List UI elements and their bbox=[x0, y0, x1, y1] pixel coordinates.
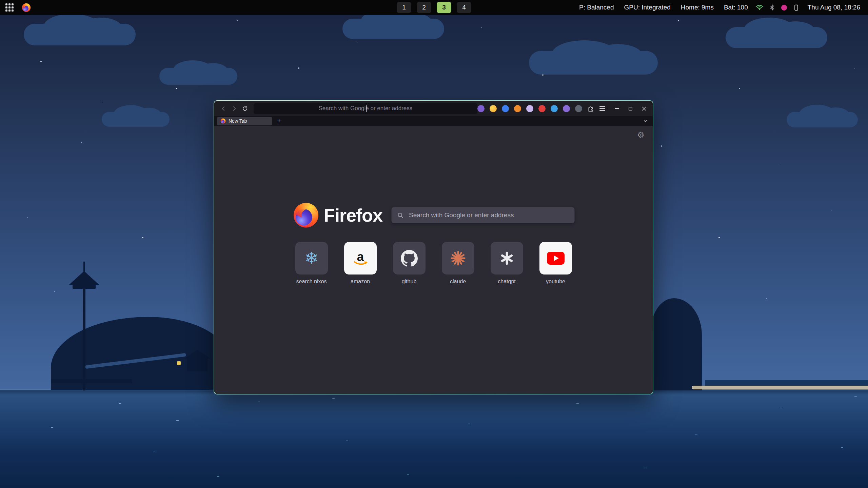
shortcut-search-nixos[interactable]: ❄ search.nixos bbox=[295, 242, 328, 285]
back-button[interactable] bbox=[218, 103, 229, 114]
clock: Thu Aug 08, 18:26 bbox=[803, 4, 865, 11]
top-bar: 1 2 3 4 P: Balanced GPU: Integrated Home… bbox=[0, 0, 868, 15]
shortcut-label: search.nixos bbox=[296, 279, 327, 285]
extension-icon-7[interactable] bbox=[551, 105, 558, 112]
extension-icon-8[interactable] bbox=[563, 105, 570, 112]
close-icon bbox=[641, 106, 647, 111]
device-icon[interactable] bbox=[790, 4, 803, 11]
extension-icon-4[interactable] bbox=[514, 105, 521, 112]
workspace-switcher: 1 2 3 4 bbox=[397, 2, 471, 13]
new-tab-page: ⚙ Firefox bbox=[214, 126, 653, 394]
shortcut-label: chatgpt bbox=[498, 279, 515, 285]
shortcut-label: claude bbox=[450, 279, 466, 285]
battery-status: Bat: 100 bbox=[719, 4, 753, 11]
maximize-button[interactable] bbox=[626, 104, 635, 113]
bluetooth-icon[interactable] bbox=[766, 4, 778, 11]
workspace-button-3[interactable]: 3 bbox=[437, 2, 451, 13]
color-profile-icon[interactable] bbox=[778, 4, 790, 11]
latency-status: Home: 9ms bbox=[676, 4, 719, 11]
url-bar[interactable] bbox=[254, 103, 477, 114]
wallpaper-sea bbox=[0, 389, 868, 488]
workspace-button-1[interactable]: 1 bbox=[397, 2, 411, 13]
tab-title: New Tab bbox=[229, 118, 247, 124]
wallpaper-beach bbox=[692, 386, 868, 389]
reload-button[interactable] bbox=[240, 103, 250, 114]
reload-icon bbox=[242, 105, 248, 112]
app-launcher-button[interactable] bbox=[5, 3, 14, 12]
chatgpt-openai-icon bbox=[499, 250, 515, 266]
gpu-status: GPU: Integrated bbox=[619, 4, 675, 11]
back-icon bbox=[220, 105, 227, 112]
wallpaper-cliff bbox=[651, 298, 702, 390]
wallpaper-cloud bbox=[159, 68, 237, 85]
claude-starburst-icon bbox=[450, 250, 466, 266]
shortcuts-row: ❄ search.nixos a amazon bbox=[295, 242, 572, 285]
tab-new-tab[interactable]: New Tab bbox=[217, 117, 272, 125]
forward-button[interactable] bbox=[229, 103, 239, 114]
text-caret bbox=[366, 105, 367, 112]
wallpaper-cloud bbox=[787, 112, 858, 127]
firefox-icon bbox=[22, 3, 31, 12]
wifi-icon[interactable] bbox=[753, 4, 766, 11]
workspace-button-2[interactable]: 2 bbox=[417, 2, 431, 13]
shortcut-amazon[interactable]: a amazon bbox=[344, 242, 377, 285]
shortcut-chatgpt[interactable]: chatgpt bbox=[491, 242, 523, 285]
new-tab-button[interactable]: + bbox=[275, 117, 283, 125]
forward-icon bbox=[231, 105, 237, 112]
power-profile-status: P: Balanced bbox=[574, 4, 619, 11]
shortcut-claude[interactable]: claude bbox=[442, 242, 474, 285]
nixos-snowflake-icon: ❄ bbox=[304, 250, 318, 266]
close-button[interactable] bbox=[639, 104, 649, 113]
tab-bar: New Tab + bbox=[214, 116, 653, 126]
puzzle-icon bbox=[587, 105, 594, 112]
wallpaper-cloud bbox=[102, 112, 170, 127]
tab-list-chevron-icon[interactable] bbox=[643, 119, 648, 124]
extension-icon-1[interactable] bbox=[477, 105, 485, 112]
tab-favicon-firefox-icon bbox=[220, 118, 226, 124]
shortcut-label: github bbox=[402, 279, 417, 285]
minimize-button[interactable] bbox=[612, 104, 622, 113]
newtab-search-bar[interactable] bbox=[391, 207, 574, 223]
firefox-dock-button[interactable] bbox=[22, 3, 31, 12]
firefox-window: New Tab + ⚙ Firefox bbox=[214, 100, 653, 394]
personalize-gear-icon[interactable]: ⚙ bbox=[637, 131, 645, 139]
shortcut-label: youtube bbox=[546, 279, 565, 285]
wallpaper-cloud bbox=[529, 51, 658, 75]
firefox-logo bbox=[293, 202, 319, 228]
github-octocat-icon bbox=[401, 250, 418, 267]
wallpaper-watchtower-roof bbox=[69, 271, 99, 285]
wallpaper-cloud bbox=[342, 19, 444, 39]
browser-toolbar bbox=[214, 101, 653, 116]
amazon-icon: a bbox=[352, 249, 369, 267]
search-icon bbox=[397, 212, 404, 219]
extension-icon-9[interactable] bbox=[575, 105, 582, 112]
extension-icon-2[interactable] bbox=[490, 105, 497, 112]
extension-icon-5[interactable] bbox=[526, 105, 533, 112]
extension-toolbar bbox=[477, 105, 605, 112]
extension-icon-6[interactable] bbox=[538, 105, 546, 112]
extension-icon-3[interactable] bbox=[502, 105, 509, 112]
workspace-button-4[interactable]: 4 bbox=[457, 2, 471, 13]
newtab-search-input[interactable] bbox=[391, 207, 574, 223]
url-input[interactable] bbox=[254, 105, 477, 112]
wallpaper-watchtower-pole bbox=[83, 289, 85, 390]
extensions-puzzle-button[interactable] bbox=[587, 105, 594, 112]
shortcut-youtube[interactable]: youtube bbox=[539, 242, 572, 285]
apps-grid-icon bbox=[5, 3, 14, 12]
wallpaper-shore-light bbox=[177, 361, 181, 365]
svg-text:a: a bbox=[357, 250, 364, 264]
firefox-wordmark: Firefox bbox=[324, 205, 382, 226]
shortcut-github[interactable]: github bbox=[393, 242, 426, 285]
wallpaper-cloud bbox=[24, 24, 136, 45]
youtube-play-icon bbox=[547, 252, 565, 265]
shortcut-label: amazon bbox=[351, 279, 370, 285]
wallpaper-hut bbox=[187, 357, 208, 371]
wallpaper-cloud bbox=[726, 27, 827, 48]
menu-button[interactable] bbox=[599, 106, 605, 111]
wallpaper-pier bbox=[51, 379, 132, 383]
wallpaper-watchtower-deck bbox=[73, 285, 96, 289]
